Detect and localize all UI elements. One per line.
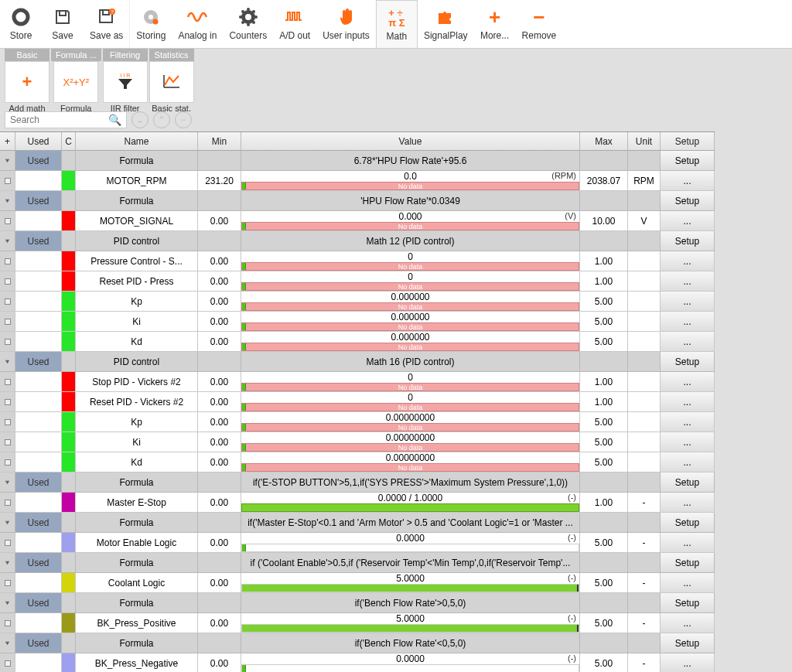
row-max[interactable]: 5.00 bbox=[580, 332, 628, 351]
row-unit[interactable]: - bbox=[628, 573, 661, 592]
row-max[interactable]: 5.00 bbox=[580, 573, 628, 592]
search-box[interactable]: 🔍 bbox=[5, 111, 127, 128]
group-toggle[interactable] bbox=[0, 553, 15, 572]
row-name[interactable]: Ki bbox=[76, 432, 198, 452]
row-color[interactable] bbox=[62, 171, 76, 190]
row-max[interactable]: 5.00 bbox=[580, 613, 628, 633]
storing-button[interactable]: Storing bbox=[130, 0, 172, 48]
row-setup-button[interactable]: ... bbox=[661, 452, 715, 472]
row-value[interactable]: 0.0000(-) bbox=[241, 653, 580, 672]
more-button[interactable]: + More... bbox=[474, 0, 516, 48]
row-name[interactable]: BK_Press_Negative bbox=[76, 653, 198, 672]
row-unit[interactable] bbox=[628, 271, 661, 291]
row-toggle[interactable] bbox=[0, 432, 15, 452]
row-used[interactable] bbox=[15, 372, 62, 391]
group-used[interactable]: Used bbox=[15, 151, 62, 170]
row-toggle[interactable] bbox=[0, 493, 15, 512]
group-toggle[interactable] bbox=[0, 231, 15, 251]
row-min[interactable]: 0.00 bbox=[198, 573, 241, 592]
counters-button[interactable]: Counters bbox=[223, 0, 273, 48]
row-name[interactable]: Ki bbox=[76, 312, 198, 331]
analogin-button[interactable]: Analog in bbox=[172, 0, 223, 48]
row-color[interactable] bbox=[62, 211, 76, 230]
row-unit[interactable]: V bbox=[628, 211, 661, 230]
addmath-button[interactable]: + bbox=[5, 61, 50, 103]
header-max[interactable]: Max bbox=[580, 132, 628, 150]
group-toggle[interactable] bbox=[0, 513, 15, 532]
row-setup-button[interactable]: ... bbox=[661, 493, 715, 512]
row-setup-button[interactable]: ... bbox=[661, 251, 715, 271]
group-toggle[interactable] bbox=[0, 633, 15, 653]
row-unit[interactable] bbox=[628, 372, 661, 391]
group-used[interactable]: Used bbox=[15, 231, 62, 251]
row-value[interactable]: 0.00000000No data bbox=[241, 432, 580, 452]
row-used[interactable] bbox=[15, 171, 62, 190]
row-setup-button[interactable]: ... bbox=[661, 533, 715, 552]
row-value[interactable]: 0No data bbox=[241, 251, 580, 271]
row-setup-button[interactable]: ... bbox=[661, 372, 715, 391]
row-used[interactable] bbox=[15, 251, 62, 271]
row-toggle[interactable] bbox=[0, 271, 15, 291]
row-max[interactable]: 5.00 bbox=[580, 312, 628, 331]
row-value[interactable]: 0.000(V)No data bbox=[241, 211, 580, 230]
header-unit[interactable]: Unit bbox=[628, 132, 661, 150]
row-value[interactable]: 0.00000000No data bbox=[241, 452, 580, 472]
row-toggle[interactable] bbox=[0, 372, 15, 391]
row-max[interactable]: 1.00 bbox=[580, 372, 628, 391]
row-value[interactable]: 0.0000(-) bbox=[241, 533, 580, 552]
row-name[interactable]: Kd bbox=[76, 452, 198, 472]
group-used[interactable]: Used bbox=[15, 553, 62, 572]
group-setup-button[interactable]: Setup bbox=[661, 191, 715, 210]
row-used[interactable] bbox=[15, 392, 62, 411]
row-color[interactable] bbox=[62, 432, 76, 452]
row-name[interactable]: MOTOR_RPM bbox=[76, 171, 198, 190]
row-unit[interactable]: - bbox=[628, 493, 661, 512]
row-max[interactable]: 5.00 bbox=[580, 432, 628, 452]
userinputs-button[interactable]: User inputs bbox=[316, 0, 376, 48]
row-unit[interactable]: RPM bbox=[628, 171, 661, 190]
group-toggle[interactable] bbox=[0, 191, 15, 210]
row-max[interactable]: 1.00 bbox=[580, 392, 628, 411]
remove-round-button[interactable]: − bbox=[175, 111, 192, 128]
row-min[interactable]: 0.00 bbox=[198, 271, 241, 291]
group-used[interactable]: Used bbox=[15, 472, 62, 492]
row-toggle[interactable] bbox=[0, 332, 15, 351]
row-used[interactable] bbox=[15, 312, 62, 331]
group-setup-button[interactable]: Setup bbox=[661, 352, 715, 371]
row-color[interactable] bbox=[62, 653, 76, 672]
row-toggle[interactable] bbox=[0, 211, 15, 230]
row-used[interactable] bbox=[15, 332, 62, 351]
row-max[interactable]: 1.00 bbox=[580, 493, 628, 512]
row-value[interactable]: 0.00000000No data bbox=[241, 412, 580, 432]
row-toggle[interactable] bbox=[0, 171, 15, 190]
row-min[interactable]: 0.00 bbox=[198, 412, 241, 432]
group-setup-button[interactable]: Setup bbox=[661, 553, 715, 572]
row-color[interactable] bbox=[62, 251, 76, 271]
basicstat-button[interactable] bbox=[149, 61, 194, 103]
row-used[interactable] bbox=[15, 573, 62, 592]
header-c[interactable]: C bbox=[62, 132, 76, 150]
row-name[interactable]: MOTOR_SIGNAL bbox=[76, 211, 198, 230]
row-color[interactable] bbox=[62, 412, 76, 432]
search-input[interactable] bbox=[10, 114, 108, 125]
row-name[interactable]: Kp bbox=[76, 412, 198, 432]
row-color[interactable] bbox=[62, 332, 76, 351]
row-max[interactable]: 5.00 bbox=[580, 653, 628, 672]
group-used[interactable]: Used bbox=[15, 513, 62, 532]
row-unit[interactable]: - bbox=[628, 653, 661, 672]
group-toggle[interactable] bbox=[0, 151, 15, 170]
row-unit[interactable] bbox=[628, 412, 661, 432]
row-toggle[interactable] bbox=[0, 392, 15, 411]
row-value[interactable]: 5.0000(-) bbox=[241, 573, 580, 592]
row-unit[interactable] bbox=[628, 312, 661, 331]
row-toggle[interactable] bbox=[0, 292, 15, 311]
row-toggle[interactable] bbox=[0, 653, 15, 672]
row-max[interactable]: 10.00 bbox=[580, 211, 628, 230]
subgroup-formula-head[interactable]: Formula ... bbox=[51, 49, 101, 61]
row-name[interactable]: Stop PID - Vickers #2 bbox=[76, 372, 198, 391]
store-button[interactable]: Store bbox=[0, 0, 42, 48]
header-name[interactable]: Name bbox=[76, 132, 198, 150]
group-used[interactable]: Used bbox=[15, 633, 62, 653]
row-color[interactable] bbox=[62, 372, 76, 391]
row-name[interactable]: BK_Press_Positive bbox=[76, 613, 198, 633]
